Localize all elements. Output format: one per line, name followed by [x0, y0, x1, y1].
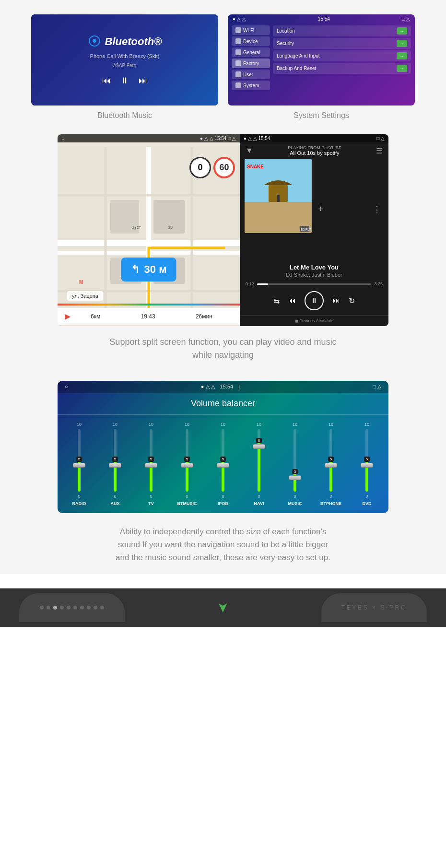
slider-min-3: 0	[186, 494, 188, 499]
slider-thumb-container-1: 5	[109, 457, 121, 468]
slider-channel-radio: 10 5 0 RADIO	[63, 422, 95, 506]
slider-channel-tv: 10 5 0 TV	[135, 422, 167, 506]
slider-thumb-7[interactable]	[325, 463, 337, 468]
next-track-button[interactable]: ⏭	[332, 296, 340, 305]
slider-thumb-6[interactable]	[289, 475, 301, 480]
settings-security-label: Security	[277, 41, 294, 46]
slider-value-0: 5	[76, 457, 82, 462]
slider-track-container-8[interactable]: 5	[360, 429, 374, 492]
prev-track-button[interactable]: ⏮	[288, 296, 296, 305]
nav-duration: 26мин	[196, 313, 212, 320]
turn-arrow-icon: ↰	[131, 263, 140, 276]
split-screen-frame: ○ ● △ △ 15:54 □ △	[58, 134, 388, 326]
settings-language-item[interactable]: Language And Input →	[273, 50, 411, 61]
dot-5	[67, 606, 70, 610]
nav-bottom-stats: ▶ 6км 19:43 26мин	[58, 308, 240, 325]
settings-time: 15:54	[318, 16, 330, 22]
music-progress-bar: 0:12 3:25	[240, 282, 388, 286]
settings-nav-icons: □ △	[402, 16, 410, 22]
dot-6	[73, 606, 77, 610]
scroll-down-chevron[interactable]: ➤	[215, 602, 231, 613]
slider-channel-dvd: 10 5 0 DVD	[351, 422, 383, 506]
svg-text:SNAKE: SNAKE	[247, 164, 264, 169]
settings-backup-item[interactable]: Backup And Reset →	[273, 63, 411, 74]
bluetooth-screenshot-item: ⦿ Bluetooth® Phone Call With Breezy (Ski…	[31, 14, 218, 120]
progress-track[interactable]	[257, 283, 372, 285]
slider-thumb-3[interactable]	[181, 463, 193, 468]
slider-label-1: AUX	[110, 501, 119, 506]
cast-icon: ◼	[295, 318, 298, 323]
bt-pause-button[interactable]: ⏸	[120, 76, 129, 86]
bt-prev-button[interactable]: ⏮	[102, 76, 111, 86]
slider-channel-navi: 10 8 0 NAVI	[243, 422, 275, 506]
slider-max-2: 10	[149, 422, 153, 427]
brand-logo: TEYES × S-PRO	[341, 604, 407, 611]
nav-route-bar	[58, 304, 240, 305]
settings-general-label: General	[243, 50, 260, 55]
settings-wifi-label: Wi-Fi	[243, 28, 254, 33]
slider-track-container-1[interactable]: 5	[108, 429, 122, 492]
shuffle-button[interactable]: ⇆	[273, 296, 280, 305]
slider-thumb-5[interactable]	[253, 444, 265, 449]
volume-divider: |	[238, 384, 240, 389]
slider-track-container-0[interactable]: 5	[72, 429, 86, 492]
settings-security-arrow[interactable]: →	[397, 40, 407, 47]
volume-title: Volume balancer	[58, 393, 388, 415]
settings-factory-item[interactable]: Factory	[232, 59, 270, 68]
nav-status-bar: ○ ● △ △ 15:54 □ △	[58, 134, 240, 142]
slider-track-container-6[interactable]: 3	[288, 429, 302, 492]
volume-caption: Ability to independently control the siz…	[106, 525, 340, 564]
music-add-icon[interactable]: +	[318, 204, 323, 214]
settings-location-item[interactable]: Location →	[273, 25, 411, 36]
music-collapse-icon[interactable]: ▼	[246, 146, 253, 155]
music-devices-available: ◼ Devices Available	[240, 315, 388, 326]
svg-text:EXPLT: EXPLT	[301, 228, 311, 231]
bt-playback-controls: ⏮ ⏸ ⏭	[102, 76, 147, 86]
volume-home-icon: ○	[65, 384, 68, 390]
settings-general-item[interactable]: General	[232, 47, 270, 57]
slider-thumb-2[interactable]	[145, 463, 157, 468]
slider-track-container-3[interactable]: 5	[180, 429, 194, 492]
system-icon	[235, 82, 241, 88]
bluetooth-caption: Bluetooth Music	[97, 111, 152, 120]
slider-thumb-4[interactable]	[217, 463, 229, 468]
slider-track-container-2[interactable]: 5	[144, 429, 158, 492]
music-menu-icon[interactable]: ☰	[376, 146, 383, 155]
slider-value-7: 5	[328, 457, 334, 462]
settings-security-item[interactable]: Security →	[273, 38, 411, 49]
slider-thumb-1[interactable]	[109, 463, 121, 468]
bt-next-button[interactable]: ⏭	[139, 76, 147, 86]
slider-max-5: 10	[257, 422, 261, 427]
slider-thumb-container-5: 8	[253, 438, 265, 449]
settings-location-arrow[interactable]: →	[397, 27, 407, 35]
progress-fill	[257, 283, 269, 285]
repeat-button[interactable]: ↻	[349, 296, 355, 305]
current-speed: 0	[189, 157, 211, 178]
settings-left-column: Wi-Fi Device General Factory	[232, 25, 270, 90]
play-pause-button[interactable]: ⏸	[305, 291, 324, 310]
settings-device-item[interactable]: Device	[232, 36, 270, 46]
settings-user-item[interactable]: User	[232, 70, 270, 79]
slider-thumb-8[interactable]	[361, 463, 373, 468]
slider-thumb-0[interactable]	[73, 463, 85, 468]
settings-frame: ● △ △ 15:54 □ △ Wi-Fi Device	[228, 14, 415, 106]
nav-total-distance: 6км	[91, 313, 100, 320]
svg-text:33: 33	[168, 225, 173, 230]
slider-value-6: 3	[292, 469, 298, 474]
music-more-icon[interactable]: ⋮	[373, 204, 381, 215]
settings-language-arrow[interactable]: →	[397, 52, 407, 59]
slider-track-container-4[interactable]: 5	[216, 429, 230, 492]
music-playback-controls: ⇆ ⏮ ⏸ ⏭ ↻	[240, 286, 388, 315]
slider-track-container-7[interactable]: 5	[324, 429, 338, 492]
volume-nav-icons: □ △	[373, 384, 381, 390]
dot-9	[94, 606, 97, 610]
settings-system-item[interactable]: System	[232, 81, 270, 90]
slider-track-6[interactable]	[293, 429, 296, 492]
nav-status-icons: ● △ △ 15:54 □ △	[200, 136, 236, 141]
slider-track-container-5[interactable]: 8	[252, 429, 266, 492]
settings-wifi-item[interactable]: Wi-Fi	[232, 25, 270, 35]
slider-label-0: RADIO	[72, 501, 86, 506]
settings-backup-arrow[interactable]: →	[397, 65, 407, 72]
slider-value-3: 5	[184, 457, 190, 462]
user-icon	[235, 71, 241, 77]
